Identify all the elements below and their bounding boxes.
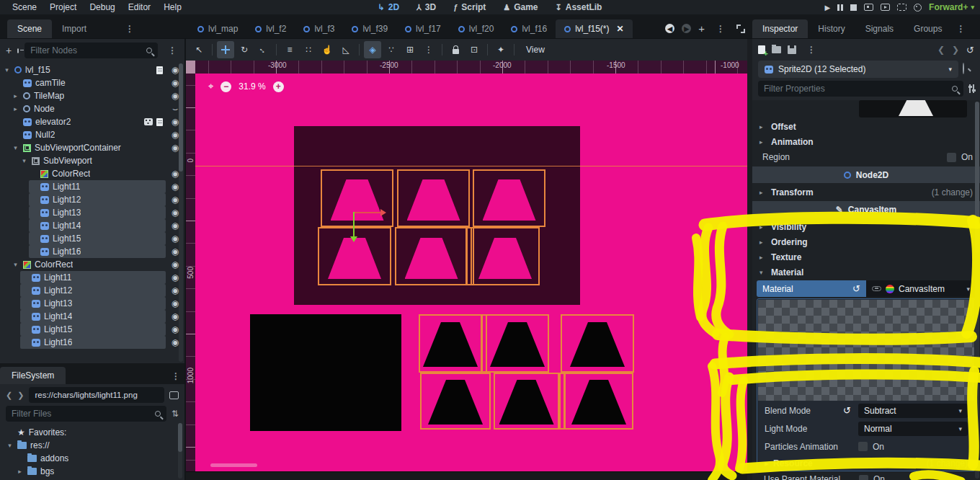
fs-row-bgs[interactable]: ▸bgs <box>0 465 184 478</box>
group-offset[interactable]: ▸ Offset <box>752 119 980 134</box>
visibility-icon[interactable]: ◉ <box>169 272 182 283</box>
tree-row-elevator2[interactable]: elevator2◉ <box>0 115 184 128</box>
bottom-panel-bar[interactable] <box>186 471 747 480</box>
pan-tool-icon[interactable]: ☝ <box>318 41 336 58</box>
save-resource-icon[interactable] <box>788 45 796 54</box>
tab-history[interactable]: History <box>808 19 855 38</box>
region-checkbox[interactable] <box>947 153 956 162</box>
pivot-tool-icon[interactable]: ∷ <box>300 41 317 58</box>
load-resource-icon[interactable] <box>772 46 781 53</box>
visibility-icon[interactable]: ◉ <box>169 298 182 308</box>
tree-row-light11[interactable]: Light11◉ <box>0 180 184 193</box>
tree-row-light12[interactable]: Light12◉ <box>0 284 184 297</box>
group-ordering[interactable]: ▸ Ordering <box>752 234 980 249</box>
visibility-icon[interactable]: ◉ <box>169 259 182 270</box>
tree-row-light13[interactable]: Light13◉ <box>0 297 184 310</box>
add-node-button[interactable]: + <box>6 45 12 56</box>
filter-properties-input[interactable] <box>764 84 948 94</box>
history-back-icon[interactable]: ❮ <box>937 45 945 55</box>
tree-row-light12[interactable]: Light12◉ <box>0 193 184 206</box>
tree-row-colorrect[interactable]: ColorRect◉ <box>0 167 184 180</box>
group-transform[interactable]: ▸ Transform (1 change) <box>752 185 980 200</box>
inspector-dock-menu-icon[interactable]: ⋮ <box>952 24 969 38</box>
group-visibility[interactable]: ▸ Visibility <box>752 219 980 234</box>
visibility-icon[interactable]: ◉ <box>169 91 182 101</box>
scene-tab-lvl_f2[interactable]: lvl_f2 <box>246 19 295 38</box>
property-tools-icon[interactable] <box>969 84 974 93</box>
scene-tab-lvl_f17[interactable]: lvl_f17 <box>396 19 450 38</box>
tree-row-light14[interactable]: Light14◉ <box>0 310 184 323</box>
blend-mode-select[interactable]: Subtract ▾ <box>858 404 968 418</box>
scene-tree-menu-icon[interactable]: ⋮ <box>164 45 181 55</box>
workspace-2d[interactable]: ↳2D <box>371 2 407 12</box>
fs-forward-icon[interactable]: ❯ <box>17 391 24 400</box>
object-history-icon[interactable]: ↺ <box>966 45 974 55</box>
zoom-level-label[interactable]: 31.9 % <box>239 81 265 92</box>
revert-icon[interactable]: ↺ <box>852 283 860 294</box>
node-snap-icon[interactable]: ∵ <box>383 41 400 58</box>
tab-import[interactable]: Import <box>52 19 97 38</box>
canvas-2d[interactable]: ⌖−31.9 %+ <box>195 74 747 471</box>
scene-tab-lvl_f16[interactable]: lvl_f16 <box>502 19 556 38</box>
scene-tab-lvl_f39[interactable]: lvl_f39 <box>343 19 396 38</box>
visibility-icon[interactable]: ◉ <box>169 130 182 140</box>
visibility-icon[interactable]: ◉ <box>169 234 182 244</box>
movie-maker-button[interactable] <box>914 4 922 12</box>
inspector-scrollbar[interactable] <box>975 102 979 479</box>
visibility-icon[interactable]: ◉ <box>169 117 182 127</box>
rotate-tool-icon[interactable]: ↻ <box>236 41 253 58</box>
filesystem-menu-icon[interactable]: ⋮ <box>167 371 184 384</box>
tree-row-subviewportcontainer[interactable]: ▾SubViewportContainer◉ <box>0 141 184 154</box>
visibility-icon[interactable]: ◉ <box>169 221 182 231</box>
ruler-tool-icon[interactable]: ◺ <box>337 41 355 58</box>
tree-row-subviewport[interactable]: ▾SubViewport <box>0 154 184 167</box>
use-parent-material-checkbox[interactable] <box>859 475 868 480</box>
tree-row-node[interactable]: ▸Node⌣ <box>0 102 184 115</box>
view-menu[interactable]: View <box>519 45 552 55</box>
scale-tool-icon[interactable]: ↔ <box>254 41 272 58</box>
visibility-icon[interactable]: ◉ <box>169 311 182 321</box>
group-material[interactable]: ▾ Material <box>752 265 980 280</box>
visibility-icon[interactable]: ◉ <box>169 143 182 153</box>
list-select-tool-icon[interactable]: ≡ <box>281 41 298 58</box>
scene-tab-menu-icon[interactable]: ⋮ <box>712 24 729 34</box>
history-forward-icon[interactable]: ❯ <box>952 45 959 55</box>
tree-row-light15[interactable]: Light15◉ <box>0 232 184 245</box>
menu-help[interactable]: Help <box>157 2 188 12</box>
visibility-icon[interactable]: ◉ <box>169 169 182 179</box>
resource-menu-icon[interactable]: ⋮ <box>803 45 820 55</box>
tree-row-light16[interactable]: Light16◉ <box>0 336 184 349</box>
play-scene-button[interactable] <box>881 4 890 11</box>
object-selector[interactable]: Sprite2D (12 Selected) ▾ <box>758 61 958 78</box>
fs-row-res[interactable]: ▾res:// <box>0 439 184 452</box>
workspace-assetlib[interactable]: ↧AssetLib <box>548 2 610 12</box>
zoom-out-button[interactable]: − <box>220 81 231 92</box>
visibility-icon[interactable]: ◉ <box>169 246 182 257</box>
workspace-script[interactable]: ƒScript <box>446 2 493 12</box>
menu-debug[interactable]: Debug <box>83 2 121 12</box>
pause-button[interactable] <box>837 4 843 11</box>
fs-row-Favorites[interactable]: ★Favorites: <box>0 426 184 439</box>
menu-scene[interactable]: Scene <box>6 2 43 12</box>
tab-signals[interactable]: Signals <box>855 19 904 38</box>
group-animation[interactable]: ▸ Animation <box>752 134 980 149</box>
tree-row-light15[interactable]: Light15◉ <box>0 323 184 336</box>
tree-row-light16[interactable]: Light16◉ <box>0 245 184 258</box>
canvas-h-scrollbar[interactable] <box>210 463 257 467</box>
play-button[interactable]: ▶ <box>824 4 830 12</box>
particles-animation-checkbox[interactable] <box>858 442 868 451</box>
tree-row-light14[interactable]: Light14◉ <box>0 219 184 232</box>
dock-splitter-right[interactable] <box>747 39 752 480</box>
tab-scene[interactable]: Scene <box>7 19 52 38</box>
workspace-game[interactable]: ♟Game <box>496 2 545 12</box>
tree-row-colorrect[interactable]: ▾ColorRect◉ <box>0 258 184 271</box>
visibility-icon[interactable]: ◉ <box>169 324 182 334</box>
tree-row-camtile[interactable]: camTile◉ <box>0 76 184 89</box>
visibility-icon[interactable]: ◉ <box>169 208 182 218</box>
new-resource-icon[interactable] <box>758 45 765 54</box>
lock-node-icon[interactable] <box>447 41 464 58</box>
scene-tab-active[interactable]: lvl_f15(*)✕ <box>556 19 632 38</box>
distraction-free-icon[interactable] <box>736 25 745 33</box>
group-texture[interactable]: ▸ Texture <box>752 249 980 265</box>
visibility-icon[interactable]: ◉ <box>169 182 182 192</box>
